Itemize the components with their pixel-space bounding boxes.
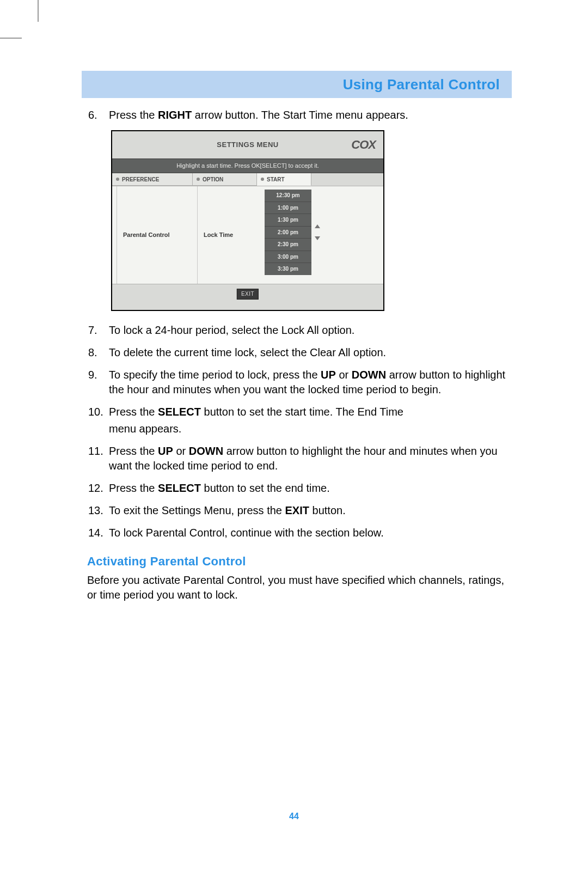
pref-value: Parental Control: [123, 231, 170, 239]
time-option: 12:30 pm: [265, 190, 311, 202]
time-option: 2:00 pm: [265, 227, 311, 239]
steps-list-rest: 7. To lock a 24-hour period, select the …: [87, 323, 506, 540]
step-text: Press the SELECT button to set the end t…: [109, 481, 506, 496]
step-number: 7.: [87, 323, 109, 338]
step-text: To lock a 24-hour period, select the Loc…: [109, 323, 506, 338]
settings-menu-tabs: PREFERENCE OPTION START: [112, 173, 383, 186]
settings-menu-title: SETTINGS MENU: [217, 140, 278, 150]
section-body: Before you activate Parental Control, yo…: [87, 573, 506, 602]
scroll-up-icon: [315, 224, 320, 228]
step-10: 10. Press the SELECT button to set the s…: [87, 405, 506, 436]
settings-menu-hint: Highlight a start time. Press OK[SELECT]…: [112, 158, 383, 173]
settings-menu-screenshot: SETTINGS MENU COX Highlight a start time…: [111, 130, 506, 311]
option-value: Lock Time: [204, 231, 233, 239]
time-option: 1:30 pm: [265, 214, 311, 227]
step-text: Press the SELECT button to set the start…: [109, 405, 506, 436]
banner-title: Using Parental Control: [343, 76, 500, 93]
step-9: 9. To specify the time period to lock, p…: [87, 368, 506, 397]
page-content: Using Parental Control 6. Press the RIGH…: [82, 71, 512, 602]
settings-menu-frame: SETTINGS MENU COX Highlight a start time…: [111, 130, 384, 311]
step-text: To lock Parental Control, continue with …: [109, 526, 506, 540]
step-text: Press the RIGHT arrow button. The Start …: [109, 108, 506, 123]
section-heading: Activating Parental Control: [87, 553, 506, 570]
step-number: 13.: [87, 503, 109, 518]
step-text: To specify the time period to lock, pres…: [109, 368, 506, 397]
step-number: 14.: [87, 526, 109, 540]
tab-preference: PREFERENCE: [112, 173, 193, 186]
step-number: 12.: [87, 481, 109, 496]
tab-start: START: [257, 173, 311, 186]
start-time-list: 12:30 pm 1:00 pm 1:30 pm 2:00 pm 2:30 pm…: [265, 190, 311, 275]
settings-menu-body: Parental Control Lock Time 12:30 pm 1:00…: [112, 186, 383, 284]
step-text: Press the UP or DOWN arrow button to hig…: [109, 444, 506, 473]
step-number: 6.: [87, 108, 109, 123]
tab-option: OPTION: [193, 173, 257, 186]
time-option: 3:00 pm: [265, 251, 311, 264]
step-8: 8. To delete the current time lock, sele…: [87, 345, 506, 360]
step-text: To delete the current time lock, select …: [109, 345, 506, 360]
page-banner: Using Parental Control: [82, 71, 512, 98]
scroll-down-icon: [315, 236, 320, 240]
crop-mark-horizontal: [0, 38, 22, 39]
crop-mark-vertical: [38, 0, 39, 22]
settings-menu-header: SETTINGS MENU COX: [112, 131, 383, 158]
step-number: 10.: [87, 405, 109, 436]
time-option: 3:30 pm: [265, 263, 311, 275]
body-content: 6. Press the RIGHT arrow button. The Sta…: [82, 98, 512, 602]
divider-line: [117, 186, 117, 284]
settings-menu-footer: EXIT: [112, 284, 383, 310]
step-14: 14. To lock Parental Control, continue w…: [87, 526, 506, 540]
page-number: 44: [0, 812, 588, 821]
step-number: 9.: [87, 368, 109, 397]
step-number: 8.: [87, 345, 109, 360]
time-option: 2:30 pm: [265, 239, 311, 251]
exit-button-label: EXIT: [237, 289, 259, 300]
step-13: 13. To exit the Settings Menu, press the…: [87, 503, 506, 518]
step-12: 12. Press the SELECT button to set the e…: [87, 481, 506, 496]
time-option: 1:00 pm: [265, 202, 311, 215]
steps-list-top: 6. Press the RIGHT arrow button. The Sta…: [87, 108, 506, 123]
divider-line: [197, 186, 198, 284]
step-6: 6. Press the RIGHT arrow button. The Sta…: [87, 108, 506, 123]
step-7: 7. To lock a 24-hour period, select the …: [87, 323, 506, 338]
step-number: 11.: [87, 444, 109, 473]
cox-logo: COX: [351, 137, 376, 153]
step-11: 11. Press the UP or DOWN arrow button to…: [87, 444, 506, 473]
step-text: To exit the Settings Menu, press the EXI…: [109, 503, 506, 518]
